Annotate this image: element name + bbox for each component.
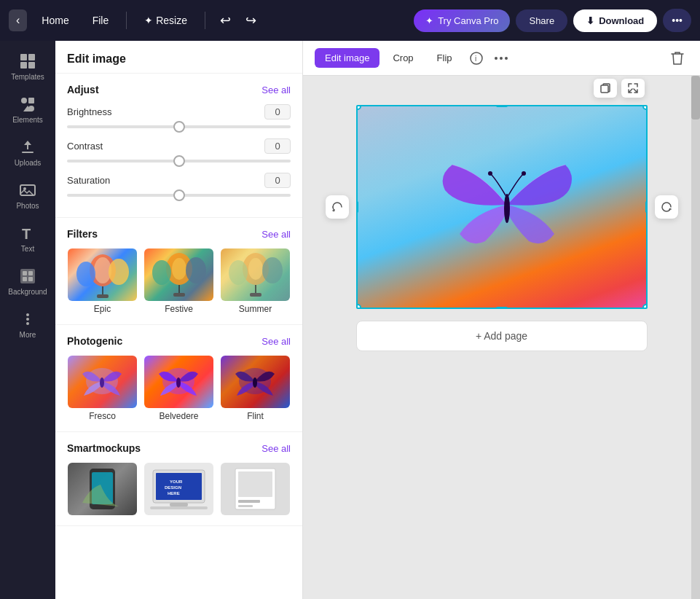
smartmockups-title: Smartmockups — [67, 442, 141, 454]
filter-belvedere-thumbnail — [144, 356, 213, 408]
filter-belvedere[interactable]: Belvedere — [143, 356, 214, 421]
smartmockup-3[interactable] — [220, 463, 291, 515]
brightness-track[interactable] — [67, 125, 291, 128]
svg-rect-14 — [28, 271, 33, 275]
filter-festive-thumbnail — [144, 248, 213, 301]
sidebar-item-background[interactable]: Background — [3, 262, 52, 302]
download-button[interactable]: ⬇ Download — [573, 9, 657, 32]
filter-fresco[interactable]: Fresco — [67, 356, 138, 421]
sidebar-label-more: More — [20, 331, 36, 339]
svg-point-39 — [100, 377, 104, 388]
smartmockups-see-all[interactable]: See all — [261, 443, 291, 454]
smartmockup-1[interactable] — [67, 463, 138, 515]
adjust-see-all[interactable]: See all — [261, 85, 291, 95]
crop-tab[interactable]: Crop — [382, 48, 423, 68]
adjust-section: Adjust See all Brightness 0 Contrast 0 — [55, 74, 302, 218]
rotate-button[interactable] — [655, 195, 678, 219]
filter-summer[interactable]: Summer — [220, 248, 291, 314]
sidebar-label-elements: Elements — [12, 116, 43, 124]
canvas-frame[interactable] — [356, 105, 648, 309]
brightness-label: Brightness — [67, 106, 111, 117]
saturation-track[interactable] — [67, 194, 291, 197]
smartmockup-3-thumbnail — [221, 463, 290, 515]
filter-fresco-thumbnail — [68, 356, 137, 408]
photos-icon — [19, 181, 36, 199]
info-button[interactable]: i — [465, 47, 487, 69]
sidebar-item-more[interactable]: More — [3, 305, 52, 345]
photogenic-grid: Fresco Belvedere — [67, 356, 291, 421]
sidebar-item-text[interactable]: T Text — [3, 219, 52, 259]
filters-see-all[interactable]: See all — [261, 229, 291, 240]
filters-header: Filters See all — [67, 228, 291, 240]
adjust-title: Adjust — [67, 84, 99, 95]
filter-flint[interactable]: Flint — [220, 356, 291, 421]
filter-summer-thumbnail — [221, 248, 290, 301]
svg-rect-23 — [97, 294, 109, 298]
svg-rect-15 — [23, 277, 27, 281]
more-options-button[interactable]: ••• — [663, 9, 691, 32]
filter-belvedere-label: Belvedere — [159, 411, 198, 421]
canvas-scrollbar[interactable] — [691, 76, 700, 599]
smartmockup-2[interactable]: YOUR DESIGN HERE — [143, 463, 214, 515]
refresh-button[interactable] — [326, 195, 349, 219]
svg-point-18 — [26, 318, 29, 321]
background-icon — [19, 267, 36, 285]
edit-image-tab[interactable]: Edit image — [315, 48, 380, 68]
nav-home[interactable]: Home — [33, 10, 77, 31]
nav-file[interactable]: File — [84, 10, 118, 31]
contrast-thumb[interactable] — [173, 155, 185, 167]
top-nav: ‹ Home File ✦ Resize ↩ ↪ ✦ Try Canva Pro… — [0, 0, 700, 41]
sidebar-label-templates: Templates — [11, 73, 44, 81]
delete-button[interactable] — [666, 47, 688, 70]
saturation-value: 0 — [264, 173, 291, 188]
copy-button[interactable] — [594, 79, 617, 98]
nav-resize[interactable]: ✦ Resize — [135, 10, 196, 31]
filter-festive[interactable]: Festive — [143, 248, 214, 314]
try-pro-button[interactable]: ✦ Try Canva Pro — [414, 9, 510, 32]
redo-button[interactable]: ↪ — [240, 9, 262, 31]
canvas-scrollbar-thumb[interactable] — [691, 76, 700, 120]
expand-button[interactable] — [621, 79, 645, 98]
sidebar-item-photos[interactable]: Photos — [3, 176, 52, 216]
saturation-thumb[interactable] — [173, 189, 185, 201]
brightness-thumb[interactable] — [173, 121, 185, 133]
sidebar-label-photos: Photos — [16, 202, 39, 210]
svg-point-17 — [26, 313, 29, 316]
canvas-viewport[interactable]: + Add page — [303, 76, 700, 599]
smartmockups-section: Smartmockups See all — [55, 432, 302, 526]
back-button[interactable]: ‹ — [9, 9, 27, 31]
svg-point-24 — [76, 262, 95, 286]
sidebar-item-uploads[interactable]: Uploads — [3, 133, 52, 173]
sidebar-label-background: Background — [8, 288, 47, 296]
add-page-button[interactable]: + Add page — [356, 321, 648, 351]
photogenic-header: Photogenic See all — [67, 335, 291, 347]
contrast-label: Contrast — [67, 141, 103, 152]
svg-rect-13 — [23, 271, 27, 275]
filter-epic[interactable]: Epic — [67, 248, 138, 314]
filter-flint-thumbnail — [221, 356, 290, 408]
share-button[interactable]: Share — [516, 9, 567, 32]
photogenic-see-all[interactable]: See all — [261, 336, 291, 347]
flip-tab[interactable]: Flip — [427, 48, 463, 68]
filter-fresco-label: Fresco — [89, 411, 116, 421]
more-options-toolbar-button[interactable] — [490, 52, 512, 64]
svg-rect-12 — [20, 269, 35, 283]
sidebar-item-templates[interactable]: Templates — [3, 47, 52, 87]
svg-point-19 — [26, 322, 29, 325]
svg-rect-62 — [601, 85, 608, 93]
sidebar-label-text: Text — [21, 245, 34, 253]
handle-bottom-mid[interactable] — [496, 307, 508, 309]
undo-button[interactable]: ↩ — [214, 9, 237, 31]
smartmockup-1-thumbnail — [68, 463, 137, 515]
handle-bottom-right[interactable] — [642, 304, 648, 309]
contrast-track[interactable] — [67, 160, 291, 163]
handle-bottom-left[interactable] — [356, 304, 361, 309]
text-icon: T — [19, 224, 36, 242]
handle-mid-left[interactable] — [356, 201, 358, 213]
svg-rect-5 — [28, 98, 34, 103]
handle-mid-right[interactable] — [645, 201, 648, 213]
svg-point-4 — [21, 98, 27, 103]
filter-epic-thumbnail — [68, 248, 137, 301]
handle-top-mid[interactable] — [496, 105, 508, 107]
sidebar-item-elements[interactable]: Elements — [3, 90, 52, 130]
